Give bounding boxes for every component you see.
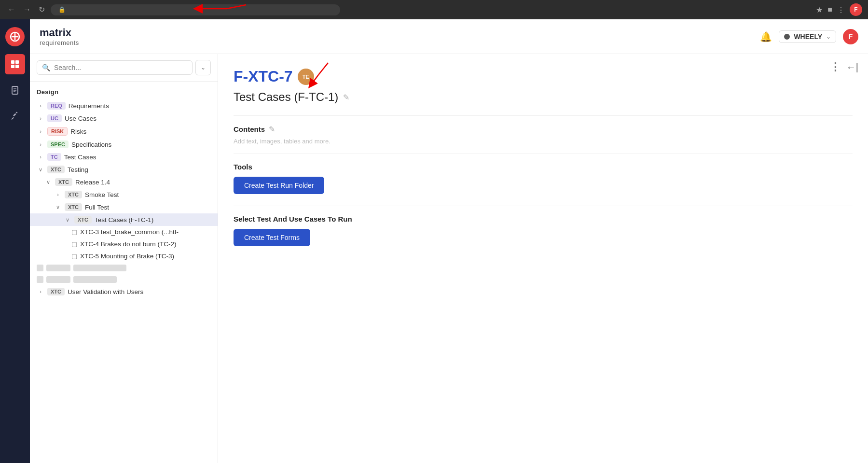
star-icon[interactable]: ★	[816, 5, 823, 14]
divider-3	[234, 206, 853, 206]
logo-matrix-text: matrix	[40, 27, 79, 39]
sidebar-label-xtc3: XTC-3 test_brake_common (...htf-	[80, 228, 211, 236]
divider-1	[234, 115, 853, 116]
workspace-selector[interactable]: WHEELY ⌄	[779, 30, 836, 43]
sidebar-item-xtc4[interactable]: ▢ XTC-4 Brakes do not burn (TC-2)	[30, 238, 218, 250]
sidebar-item-xtc3[interactable]: ▢ XTC-3 test_brake_common (...htf-	[30, 226, 218, 238]
select-test-title: Select Test And Use Cases To Run	[234, 215, 853, 223]
browser-chrome: ← → ↻ 🔒 matrixreq.com/WHEELY/F-XTC-7 ★ ■…	[0, 0, 868, 19]
sidebar-item-req[interactable]: › REQ Requirements	[30, 99, 218, 112]
sidebar-label-uc: Use Cases	[65, 115, 211, 122]
sidebar-item-xtc[interactable]: ∨ XTC Testing	[30, 163, 218, 176]
sidebar-label-risk: Risks	[70, 128, 211, 135]
svg-rect-3	[11, 60, 14, 64]
search-input[interactable]	[54, 64, 187, 71]
sidebar-item-smoketest[interactable]: › XTC Smoke Test	[30, 188, 218, 201]
badge-smoketest: XTC	[65, 191, 82, 198]
app-body: 🔍 ⌄ Design › REQ Requirements › UC Use C…	[30, 54, 868, 463]
sidebar-item-fulltest[interactable]: ∨ XTC Full Test	[30, 201, 218, 213]
sidebar-label-xtc4: XTC-4 Brakes do not burn (TC-2)	[80, 240, 211, 248]
badge-xtc: XTC	[47, 166, 65, 173]
item-id-row: F-XTC-7 TE	[234, 68, 853, 85]
sidebar-section-design: Design	[30, 86, 218, 99]
svg-rect-5	[11, 65, 14, 68]
rail-design-icon[interactable]	[5, 54, 25, 74]
type-badge-circle: TE	[298, 69, 314, 85]
logo-requirements-text: requirements	[40, 39, 79, 46]
sidebar-item-tc[interactable]: › TC Test Cases	[30, 151, 218, 163]
sidebar-label-fulltest: Full Test	[85, 204, 211, 211]
sidebar-label-tc: Test Cases	[64, 154, 211, 161]
chevron-tc-icon: ›	[37, 154, 44, 160]
sidebar-label-xtc: Testing	[68, 166, 211, 173]
chevron-spec-icon: ›	[37, 141, 44, 147]
user-avatar[interactable]: F	[843, 29, 858, 44]
create-test-run-folder-button[interactable]: Create Test Run Folder	[234, 177, 324, 194]
chevron-req-icon: ›	[37, 103, 44, 109]
sidebar-dropdown-button[interactable]: ⌄	[195, 60, 211, 75]
extensions-icon[interactable]: ■	[827, 5, 832, 14]
main-content: ⋮ ←| F-XTC-7 TE Test Cases (F-TC-1) ✎ Co…	[218, 54, 868, 463]
sidebar-item-tc1[interactable]: ∨ XTC Test Cases (F-TC-1)	[30, 213, 218, 226]
sidebar-item-release14[interactable]: ∨ XTC Release 1.4	[30, 176, 218, 188]
sidebar-item-userval[interactable]: › XTC User Validation with Users	[30, 285, 218, 298]
badge-uc: UC	[47, 114, 62, 122]
select-test-section: Select Test And Use Cases To Run Create …	[234, 215, 853, 246]
doc-xtc3-icon: ▢	[71, 228, 77, 236]
app-container: matrix requirements 🔔 WHEELY ⌄ F 🔍 ⌄	[0, 19, 868, 463]
sidebar-item-risk[interactable]: › RISK Risks	[30, 125, 218, 138]
contents-placeholder: Add text, images, tables and more.	[234, 138, 853, 145]
address-bar[interactable]: 🔒 matrixreq.com/WHEELY/F-XTC-7	[51, 4, 340, 15]
chevron-uc-icon: ›	[37, 115, 44, 121]
sidebar-label-userval: User Validation with Users	[68, 288, 211, 295]
sidebar-item-xtc5[interactable]: ▢ XTC-5 Mounting of Brake (TC-3)	[30, 250, 218, 262]
doc-xtc5-icon: ▢	[71, 253, 77, 260]
top-header: matrix requirements 🔔 WHEELY ⌄ F	[30, 19, 868, 54]
panel-back-icon[interactable]: ←|	[846, 62, 858, 73]
back-nav-button[interactable]: ←	[6, 4, 17, 15]
notification-bell-icon[interactable]: 🔔	[760, 31, 772, 42]
create-test-forms-button[interactable]: Create Test Forms	[234, 229, 310, 246]
sidebar-label-xtc5: XTC-5 Mounting of Brake (TC-3)	[80, 253, 211, 260]
sidebar-tree: Design › REQ Requirements › UC Use Cases…	[30, 82, 218, 463]
svg-rect-4	[15, 60, 19, 64]
main-top-bar: ⋮ ←|	[820, 54, 868, 80]
item-title-row: Test Cases (F-TC-1) ✎	[234, 90, 853, 104]
sidebar-label-spec: Specifications	[71, 141, 211, 148]
rail-docs-icon[interactable]	[5, 80, 25, 100]
forward-nav-button[interactable]: →	[21, 4, 33, 15]
menu-icon[interactable]: ⋮	[837, 5, 845, 14]
blurred-row-1	[30, 262, 218, 274]
badge-spec: SPEC	[47, 140, 69, 148]
badge-tc1: XTC	[74, 216, 92, 224]
contents-section-title: Contents	[234, 125, 265, 133]
sidebar-item-uc[interactable]: › UC Use Cases	[30, 112, 218, 125]
title-edit-icon[interactable]: ✎	[343, 93, 349, 102]
chevron-smoketest-icon: ›	[54, 192, 62, 197]
search-icon: 🔍	[42, 64, 50, 71]
badge-tc: TC	[47, 153, 61, 161]
lock-icon: 🔒	[58, 6, 66, 13]
logo-circle	[5, 27, 25, 46]
sidebar-item-spec[interactable]: › SPEC Specifications	[30, 138, 218, 151]
workspace-color-dot	[784, 34, 790, 40]
rail-tools-icon[interactable]	[5, 106, 25, 126]
header-right: 🔔 WHEELY ⌄ F	[760, 29, 858, 44]
tools-section: Tools Create Test Run Folder	[234, 163, 853, 194]
header-logo: matrix requirements	[40, 27, 79, 46]
badge-fulltest: XTC	[65, 203, 82, 211]
search-input-wrapper[interactable]: 🔍	[37, 60, 193, 75]
reload-button[interactable]: ↻	[37, 4, 47, 15]
doc-xtc4-icon: ▢	[71, 240, 77, 248]
sidebar-label-release14: Release 1.4	[75, 179, 211, 186]
workspace-name-label: WHEELY	[794, 33, 822, 41]
contents-section-header: Contents ✎	[234, 125, 853, 134]
url-input[interactable]: matrixreq.com/WHEELY/F-XTC-7	[69, 6, 332, 14]
badge-release14: XTC	[55, 178, 72, 186]
badge-userval: XTC	[47, 288, 65, 295]
more-options-icon[interactable]: ⋮	[830, 61, 840, 73]
browser-user-avatar[interactable]: F	[850, 3, 862, 16]
workspace-chevron-icon: ⌄	[826, 33, 831, 40]
chevron-userval-icon: ›	[37, 289, 44, 295]
contents-edit-icon[interactable]: ✎	[269, 125, 275, 134]
